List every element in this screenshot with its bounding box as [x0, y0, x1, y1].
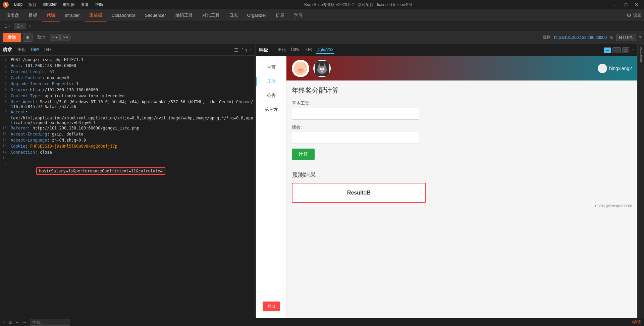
view-horizontal-icon[interactable]: — [612, 47, 621, 53]
nav-target[interactable]: 目标 [24, 9, 42, 21]
request-line-3: 3 Content-Length: 51 [0, 69, 255, 75]
basic-salary-input[interactable] [292, 108, 419, 120]
highlight-count: 0高亮 [632, 320, 641, 325]
cancel-button[interactable]: 取消 [35, 33, 48, 42]
back-icon[interactable]: ← [15, 320, 20, 325]
request-line-4: 4 Cache-Control: max-age=0 [0, 75, 255, 81]
logout-button[interactable]: 登出 [263, 302, 280, 311]
response-tab-hex[interactable]: Hex [303, 46, 313, 54]
line-content-15 [9, 156, 255, 161]
forward-icon[interactable]: → [22, 320, 27, 325]
request-line-7: 7 Content-Type: application/x-www-form-u… [0, 93, 255, 99]
menu-help[interactable]: 帮助 [92, 1, 106, 8]
line-num-8: 8 [0, 100, 9, 109]
maximize-button[interactable]: □ [621, 1, 631, 8]
menu-reassembler[interactable]: 重组器 [60, 1, 77, 8]
nav-organizer[interactable]: Organizer [243, 9, 271, 21]
settings-status-icon[interactable]: ⚙ [8, 320, 12, 325]
performance-label: 绩效: [292, 124, 632, 130]
request-list-icon[interactable]: ☰ [234, 47, 238, 53]
help-button[interactable]: ? [639, 35, 641, 40]
tab-1-label: 1 [5, 24, 7, 29]
nav-learn[interactable]: 学习 [289, 9, 307, 21]
question-icon[interactable]: ? [3, 320, 5, 325]
response-tab-beautify[interactable]: 美化 [276, 46, 287, 54]
view-split-icon[interactable]: ▪▪ [604, 47, 611, 53]
menu-burp[interactable]: Burp [11, 1, 25, 8]
nav-encoder[interactable]: 编码工具 [171, 9, 198, 21]
request-format-icon[interactable]: ⌃n [240, 47, 247, 53]
request-menu-icon[interactable]: ≡ [249, 47, 252, 53]
target-url[interactable]: http://101.200.138.180:60000 [554, 35, 607, 40]
repeater-tab-2[interactable]: 2 × [14, 23, 26, 30]
edit-target-button[interactable]: ✎ [609, 35, 613, 40]
tab-2-close[interactable]: × [21, 24, 23, 28]
line-content-8: User-Agent: Mozilla/5.0 (Windows NT 10.0… [9, 100, 255, 109]
basic-salary-group: 基本工资: [292, 100, 632, 120]
nav-log[interactable]: 日志 [224, 9, 243, 21]
titlebar-menu: Burp 项目 Intruder 重组器 查看 帮助 [11, 1, 106, 8]
nav-intruder[interactable]: Intruder [60, 9, 85, 21]
line-num-3: 3 [0, 69, 9, 75]
http-version-button[interactable]: HTTP/1 [616, 34, 636, 41]
settings-gear-icon[interactable]: ⚙ [627, 12, 631, 18]
repeater-toolbar: 发送 ⚙ 取消 < ▾ > ▾ 目标: http://101.200.138.1… [0, 31, 644, 44]
tab-1-close[interactable]: × [8, 24, 10, 28]
line-content-9b: text/html,application/xhtml+xml,applicat… [9, 116, 255, 125]
result-box: Result:|B [292, 183, 426, 203]
svg-point-7 [302, 64, 304, 67]
nav-collaborator[interactable]: Collaborator [107, 9, 140, 21]
line-num-4: 4 [0, 75, 9, 81]
web-nav-third[interactable]: 第三方 [256, 105, 286, 114]
send-button[interactable]: 发送 [3, 33, 21, 42]
nav-dashboard[interactable]: 仪表盘 [1, 9, 24, 21]
calc-button[interactable]: 计算 [292, 149, 315, 160]
web-nav-salary[interactable]: 工资 [256, 77, 286, 86]
prev-request-button[interactable]: < ▾ [50, 34, 60, 41]
nav-sequencer[interactable]: Sequencer [140, 9, 171, 21]
line-num-body: 1 [0, 162, 9, 180]
request-body-highlighted[interactable]: basicSalary=1s&performanceCoefficient=11… [36, 167, 165, 175]
response-tab-raw[interactable]: Raw [290, 46, 301, 54]
request-tab-raw[interactable]: Raw [30, 46, 40, 53]
line-content-4: Cache-Control: max-age=0 [9, 75, 255, 81]
request-panel: 请求 美化 Raw Hex ☰ ⌃n ≡ 1 POST /gongzi_iscc… [0, 44, 255, 318]
settings-button[interactable]: ⚙ [23, 34, 33, 42]
titlebar: B Burp 项目 Intruder 重组器 查看 帮助 Burp Suite专… [0, 0, 644, 9]
performance-input[interactable] [292, 132, 419, 144]
request-line-9b: text/html,application/xhtml+xml,applicat… [0, 115, 255, 125]
web-left-nav: 主页 工资 公告 第三方 登出 [256, 56, 286, 318]
close-button[interactable]: ✕ [632, 1, 641, 8]
settings-label[interactable]: 设置 [633, 12, 641, 18]
line-content-1: POST /gongzi_iscc.php HTTP/1.1 [9, 57, 255, 63]
web-preview: 主页 工资 公告 第三方 登出 [256, 56, 637, 318]
response-header: 响应 美化 Raw Hex 页面渲染 ▪▪ — □ ≡ [256, 44, 637, 56]
menu-intruder[interactable]: Intruder [40, 1, 59, 8]
add-tab-button[interactable]: + [26, 23, 33, 29]
request-line-10: 10 Referer: http://101.200.138.180:60000… [0, 125, 255, 131]
line-content-10: Referer: http://101.200.138.180:60000/go… [9, 126, 255, 131]
request-line-9: 9 Accept: [0, 109, 255, 115]
menu-project[interactable]: 项目 [26, 1, 39, 8]
request-body[interactable]: 1 POST /gongzi_iscc.php HTTP/1.1 2 Host:… [0, 56, 255, 318]
nav-compare[interactable]: 对比工具 [198, 9, 224, 21]
minimize-button[interactable]: — [610, 1, 620, 8]
nav-repeater[interactable]: 重放器 [85, 9, 107, 21]
banner-username: bingxiang2 [609, 66, 632, 71]
request-tab-beautify[interactable]: 美化 [16, 46, 27, 53]
web-nav-home[interactable]: 主页 [256, 63, 286, 72]
menu-view[interactable]: 查看 [78, 1, 92, 8]
nav-proxy[interactable]: 代理 [42, 9, 60, 21]
statusbar: ? ⚙ ← → 0高亮 [0, 318, 644, 326]
response-menu-icon[interactable]: ≡ [632, 47, 635, 53]
nav-extensions[interactable]: 扩展 [271, 9, 289, 21]
search-input[interactable] [30, 319, 70, 326]
response-tab-render[interactable]: 页面渲染 [316, 46, 334, 54]
web-nav-notice[interactable]: 公告 [256, 91, 286, 100]
view-full-icon[interactable]: □ [622, 47, 629, 53]
request-tab-hex[interactable]: Hex [43, 46, 53, 53]
repeater-tab-1[interactable]: 1 × [1, 23, 14, 30]
target-label: 目标: [542, 35, 551, 40]
inspector-label[interactable]: Inspector [638, 44, 644, 65]
next-request-button[interactable]: > ▾ [60, 34, 70, 41]
